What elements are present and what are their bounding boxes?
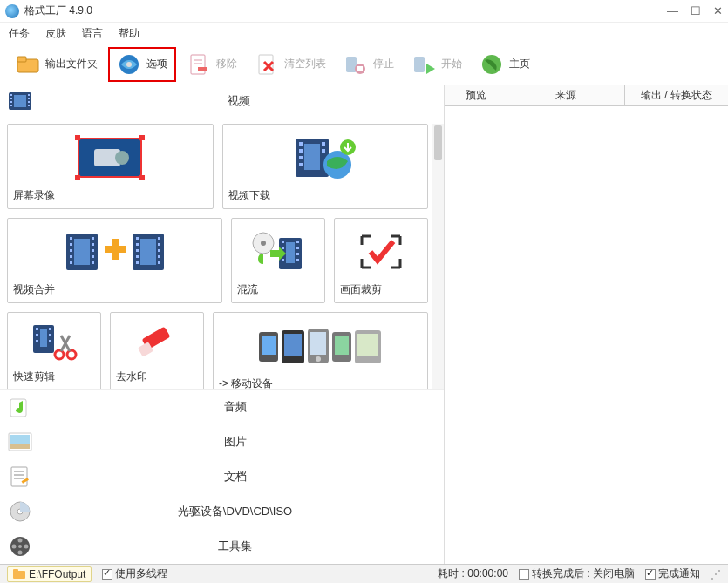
svg-rect-4 xyxy=(191,55,205,74)
card-label: 视频合并 xyxy=(13,282,216,297)
svg-rect-82 xyxy=(36,340,38,342)
close-button[interactable]: ✕ xyxy=(713,4,723,17)
vertical-scrollbar[interactable] xyxy=(432,124,444,389)
film-icon xyxy=(7,91,33,112)
svg-rect-27 xyxy=(75,135,80,140)
menu-help[interactable]: 帮助 xyxy=(119,26,139,41)
svg-rect-48 xyxy=(92,243,94,246)
category-image[interactable]: 图片 xyxy=(0,424,444,459)
menubar: 任务 皮肤 语言 帮助 xyxy=(0,23,728,44)
svg-rect-1 xyxy=(17,57,26,62)
svg-rect-22 xyxy=(28,105,30,106)
scrollbar-thumb[interactable] xyxy=(434,125,442,160)
category-disc[interactable]: 光驱设备\DVD\CD\ISO xyxy=(0,494,444,529)
svg-rect-44 xyxy=(70,249,72,252)
menu-language[interactable]: 语言 xyxy=(82,26,103,41)
multithread-label: 使用多线程 xyxy=(115,567,167,580)
card-label: 画面裁剪 xyxy=(340,282,422,297)
header-output[interactable]: 输出 / 转换状态 xyxy=(625,85,728,105)
content-area: 视频 屏幕录像 视频下载 xyxy=(0,85,728,564)
notify-checkbox[interactable]: 完成通知 xyxy=(645,566,700,581)
card-label: 去水印 xyxy=(116,369,198,384)
shutdown-checkbox[interactable]: 转换完成后 : 关闭电脑 xyxy=(519,566,635,581)
svg-rect-61 xyxy=(158,237,160,240)
menu-task[interactable]: 任务 xyxy=(9,26,30,41)
minimize-button[interactable]: — xyxy=(667,4,678,17)
category-label: 光驱设备\DVD\CD\ISO xyxy=(33,504,437,519)
category-tools[interactable]: 工具集 xyxy=(0,529,444,564)
card-video-download[interactable]: 视频下载 xyxy=(222,124,429,209)
video-scroll-area: 屏幕录像 视频下载 视频合并 xyxy=(7,124,428,389)
bottom-categories: 音频 图片 文档 光驱设备\DVD\CD\ISO 工具集 xyxy=(0,389,444,564)
svg-rect-30 xyxy=(139,175,145,180)
svg-point-115 xyxy=(24,545,29,549)
checkbox-icon xyxy=(645,569,656,580)
card-label: 快速剪辑 xyxy=(13,369,95,384)
svg-rect-62 xyxy=(158,243,160,246)
menu-skin[interactable]: 皮肤 xyxy=(45,26,66,41)
svg-point-118 xyxy=(18,545,22,548)
remove-button[interactable]: 移除 xyxy=(180,47,244,82)
right-panel: 预览 来源 输出 / 转换状态 xyxy=(445,85,728,564)
home-button[interactable]: 主页 xyxy=(473,47,537,82)
category-label: 文档 xyxy=(33,469,437,485)
header-source[interactable]: 来源 xyxy=(507,85,625,105)
svg-point-116 xyxy=(18,551,23,555)
header-preview[interactable]: 预览 xyxy=(445,85,507,105)
category-header-video[interactable]: 视频 xyxy=(0,85,444,117)
svg-rect-51 xyxy=(92,261,94,264)
stop-icon xyxy=(344,52,368,77)
category-label: 工具集 xyxy=(33,539,437,554)
shutdown-label: 转换完成后 : 关闭电脑 xyxy=(532,567,635,580)
svg-rect-56 xyxy=(136,237,139,240)
svg-rect-47 xyxy=(92,237,94,240)
svg-point-117 xyxy=(12,545,17,549)
maximize-button[interactable]: ☐ xyxy=(691,4,701,17)
svg-point-68 xyxy=(261,241,266,246)
resize-grip[interactable]: ⋰ xyxy=(711,568,721,580)
card-mix[interactable]: 混流 xyxy=(231,218,325,303)
card-mobile[interactable]: -> 移动设备 xyxy=(213,312,428,389)
output-folder-button[interactable]: 输出文件夹 xyxy=(9,47,105,82)
svg-point-3 xyxy=(126,62,132,67)
svg-rect-85 xyxy=(49,340,51,342)
toolbar: 输出文件夹 选项 移除 清空列表 停止 开始 主页 xyxy=(0,44,728,85)
svg-rect-37 xyxy=(322,149,325,153)
svg-rect-50 xyxy=(92,255,94,258)
svg-rect-60 xyxy=(136,261,139,264)
svg-rect-57 xyxy=(136,243,139,246)
card-screen-record[interactable]: 屏幕录像 xyxy=(7,124,214,209)
document-minus-icon xyxy=(187,52,211,77)
start-button[interactable]: 开始 xyxy=(405,47,469,82)
card-crop[interactable]: 画面裁剪 xyxy=(334,218,428,303)
svg-rect-16 xyxy=(10,98,12,99)
checkbox-icon xyxy=(519,569,529,580)
document-icon xyxy=(7,464,33,490)
svg-rect-78 xyxy=(286,242,295,263)
document-x-icon xyxy=(255,52,279,77)
titlebar: 格式工厂 4.9.0 — ☐ ✕ xyxy=(0,0,728,23)
camera-icon xyxy=(13,130,208,185)
svg-point-87 xyxy=(55,350,64,359)
svg-rect-83 xyxy=(49,328,51,330)
options-button[interactable]: 选项 xyxy=(108,47,176,82)
devices-icon xyxy=(219,318,422,373)
elapsed-time: 耗时 : 00:00:00 xyxy=(438,566,508,581)
multithread-checkbox[interactable]: 使用多线程 xyxy=(102,566,167,581)
svg-rect-28 xyxy=(139,135,145,140)
card-watermark[interactable]: 去水印 xyxy=(110,312,204,389)
app-icon xyxy=(5,4,19,18)
checkbox-icon xyxy=(102,569,112,580)
clear-list-button[interactable]: 清空列表 xyxy=(248,47,333,82)
card-quick-cut[interactable]: 快速剪辑 xyxy=(7,312,101,389)
svg-rect-32 xyxy=(299,142,303,146)
category-document[interactable]: 文档 xyxy=(0,459,444,494)
card-video-merge[interactable]: 视频合并 xyxy=(7,218,222,303)
film-reel-icon xyxy=(7,533,33,559)
svg-rect-21 xyxy=(28,101,30,103)
stop-label: 停止 xyxy=(373,57,394,71)
stop-button[interactable]: 停止 xyxy=(337,47,401,82)
output-path-chip[interactable]: E:\FFOutput xyxy=(7,566,92,582)
category-audio[interactable]: 音频 xyxy=(0,390,444,424)
window-controls: — ☐ ✕ xyxy=(667,4,723,17)
